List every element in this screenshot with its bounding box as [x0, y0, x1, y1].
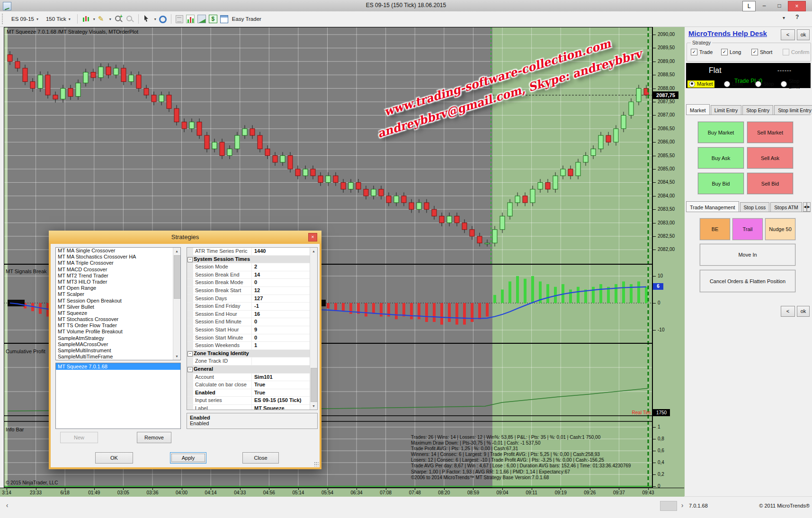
property-row[interactable]: ATR Time Series Peric1440: [187, 248, 317, 256]
remove-button[interactable]: Remove: [137, 432, 171, 443]
cancel-flatten-button[interactable]: Cancel Orders & Flatten Position: [700, 270, 795, 292]
property-row[interactable]: LabelMT Squeeze: [187, 405, 317, 410]
order-type-radio[interactable]: Stop: [754, 80, 776, 88]
new-button[interactable]: New: [60, 432, 98, 443]
radio-limit[interactable]: [724, 81, 730, 87]
close-button[interactable]: ×: [788, 1, 806, 11]
dollar-icon[interactable]: $: [209, 15, 217, 23]
sell-market-button[interactable]: Sell Market: [747, 122, 793, 143]
strategy-list-item[interactable]: MT MT3 HILO Trader: [56, 279, 180, 285]
nudge-50-button[interactable]: Nudge 50: [765, 218, 795, 240]
property-row[interactable]: Session Mode2: [187, 263, 317, 271]
apply-button[interactable]: Apply: [170, 452, 206, 464]
property-row[interactable]: Session Break Start12: [187, 287, 317, 295]
zoom-in-icon[interactable]: +: [114, 15, 123, 23]
help-icon[interactable]: ?: [795, 14, 799, 20]
checkbox-trade[interactable]: ✓: [691, 49, 697, 55]
draw-pencil-icon[interactable]: ✎: [98, 15, 107, 23]
selected-strategy-item[interactable]: MT Squeeze 7.0.1.68: [56, 363, 180, 370]
price-axis[interactable]: 2090,002089,502089,002088,502088,002087,…: [652, 27, 685, 496]
sell-ask-button[interactable]: Sell Ask: [747, 147, 793, 169]
strategy-list-item[interactable]: SampleMultiInstrument: [56, 348, 180, 354]
strategy-list-item[interactable]: MT Silver Bullet: [56, 304, 180, 310]
property-row[interactable]: Calculate on bar closeTrue: [187, 381, 317, 389]
property-category-row[interactable]: −General: [187, 366, 317, 374]
resize-grip[interactable]: [314, 462, 319, 466]
sell-bid-button[interactable]: Sell Bid: [747, 173, 793, 194]
property-row[interactable]: Session End Minute0: [187, 318, 317, 326]
checkbox-long[interactable]: ✓: [721, 49, 728, 55]
strategy-list-item[interactable]: MT MA Stochastics Crossover HA: [56, 254, 180, 260]
property-row[interactable]: Session Days127: [187, 295, 317, 303]
strategy-list-item[interactable]: MT Scalper: [56, 291, 180, 297]
strategy-list-item[interactable]: SampleAtmStrategy: [56, 335, 180, 341]
strategy-list-item[interactable]: SampleMACrossOver: [56, 341, 180, 348]
tab-stops-atm[interactable]: Stops ATM: [770, 202, 802, 212]
area-chart-icon[interactable]: [197, 15, 206, 23]
collapse-glyph-icon[interactable]: −: [187, 257, 193, 262]
tab-stop-entry[interactable]: Stop Entry: [742, 105, 773, 115]
panel-back-button-2[interactable]: <: [781, 306, 795, 317]
strategy-checkbox-item[interactable]: ✓Long: [721, 49, 741, 55]
scrollbar-thumb[interactable]: [174, 255, 181, 299]
scroll-up-icon[interactable]: ▲: [173, 248, 180, 255]
chevron-down-icon[interactable]: ▾: [93, 17, 95, 21]
strategy-list-item[interactable]: MT TS Order Flow Trader: [56, 322, 180, 329]
panel-back-button[interactable]: <: [781, 29, 795, 40]
strategy-checkbox-item[interactable]: ✓Trade: [691, 49, 713, 55]
scrollbar-thumb[interactable]: [311, 368, 318, 402]
bar-chart-icon[interactable]: [186, 15, 195, 23]
strategy-list-item[interactable]: SampleMultiTimeFrame: [56, 354, 180, 360]
tab-trade-management[interactable]: Trade Management: [686, 201, 739, 212]
strategy-list-item[interactable]: MT Stochastics Crossover: [56, 316, 180, 322]
order-type-radio[interactable]: Stop Limit: [779, 78, 812, 90]
strategy-checkbox-item[interactable]: ✓Short: [751, 49, 772, 55]
tab-limit-entry[interactable]: Limit Entry: [711, 105, 742, 115]
tab-scroll-right-icon[interactable]: ▶: [807, 202, 811, 212]
strategy-list-item[interactable]: MT Volume Profile Breakout: [56, 329, 180, 335]
chevron-down-icon[interactable]: ▾: [154, 17, 156, 21]
collapse-glyph-icon[interactable]: −: [187, 367, 193, 372]
strategy-list-item[interactable]: MT Open Range: [56, 285, 180, 291]
property-row[interactable]: Session Weekends1: [187, 342, 317, 350]
scroll-down-icon[interactable]: ▼: [310, 402, 317, 410]
buy-bid-button[interactable]: Buy Bid: [698, 173, 744, 194]
strategy-list-item[interactable]: MT MA Single Crossover: [56, 248, 180, 254]
property-row[interactable]: EnabledTrue: [187, 389, 317, 397]
property-row[interactable]: Session Break Mode0: [187, 279, 317, 287]
selected-strategies-list[interactable]: MT Squeeze 7.0.1.68: [55, 363, 181, 429]
tab-stop-limit-entry[interactable]: Stop limit Entry: [774, 105, 812, 115]
scroll-down-icon[interactable]: ▼: [173, 353, 180, 360]
collapse-glyph-icon[interactable]: −: [187, 351, 193, 357]
chart-style-icon[interactable]: [82, 15, 90, 23]
l-button[interactable]: L: [742, 1, 756, 11]
property-row[interactable]: Session Start Hour9: [187, 326, 317, 334]
strategy-list-item[interactable]: MT Session Open Breakout: [56, 298, 180, 304]
buy-ask-button[interactable]: Buy Ask: [698, 147, 744, 169]
available-strategies-list[interactable]: MT MA Single CrossoverMT MA Stochastics …: [55, 247, 181, 360]
property-category-row[interactable]: −Zone Tracking Identity: [187, 350, 317, 358]
property-row[interactable]: Input seriesES 09-15 (150 Tick): [187, 397, 317, 405]
strategy-list-item[interactable]: MT MACD Crossover: [56, 267, 180, 273]
property-row[interactable]: AccountSim101: [187, 374, 317, 382]
scroll-left-arrow[interactable]: ‹: [2, 500, 12, 511]
chevron-down-icon[interactable]: ▾: [109, 17, 111, 21]
order-type-radio[interactable]: Market: [687, 80, 714, 88]
crosshair-icon[interactable]: [159, 16, 167, 23]
tab-scroll-left-icon[interactable]: ◀: [803, 202, 807, 212]
property-row[interactable]: Session End Friday-1: [187, 303, 317, 311]
toolbar-grip[interactable]: [2, 14, 5, 24]
strategy-list-item[interactable]: MT MA Triple Crossover: [56, 260, 180, 266]
dialog-title-bar[interactable]: Strategies ×: [49, 231, 321, 244]
scrollbar-thumb[interactable]: [660, 501, 677, 511]
grid-scrollbar[interactable]: ▲▼: [310, 248, 317, 410]
interval-selector[interactable]: 150 Tick ▾: [44, 15, 73, 23]
dialog-close-icon[interactable]: ×: [308, 233, 317, 241]
help-desk-link[interactable]: MicroTrends Help Desk: [688, 29, 767, 37]
move-in-button[interactable]: Move In: [700, 244, 795, 266]
strategy-list-item[interactable]: MT MT2 Trend Trader: [56, 273, 180, 279]
checkbox-short[interactable]: ✓: [751, 49, 758, 55]
buy-market-button[interactable]: Buy Market: [698, 122, 744, 143]
scroll-right-arrow[interactable]: ›: [677, 500, 687, 511]
be-button[interactable]: BE: [700, 218, 730, 240]
